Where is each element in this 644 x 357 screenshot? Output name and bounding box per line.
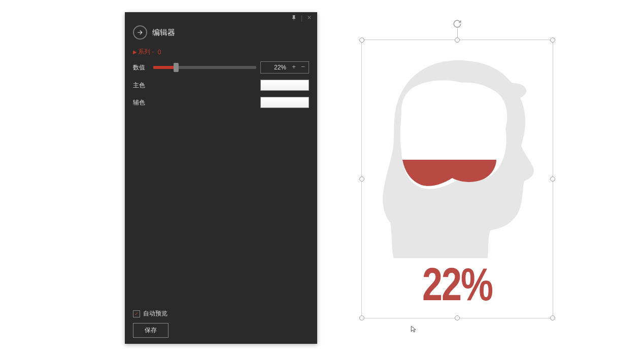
panel-title: 编辑器	[152, 28, 175, 38]
value-text[interactable]: 22%	[263, 64, 288, 71]
series-index: 0	[158, 49, 161, 56]
editor-panel: | 编辑器 ▶ 系列 - 0 数值 22% + − 主色 辅色	[125, 12, 317, 344]
value-row: 数值 22% + −	[125, 58, 317, 77]
close-icon[interactable]	[307, 15, 312, 22]
value-decrement-button[interactable]: −	[299, 64, 307, 71]
slider-fill	[153, 66, 176, 69]
panel-footer: ✓ 自动预览 保存	[133, 309, 309, 338]
aux-color-label: 辅色	[133, 98, 149, 107]
check-icon: ✓	[134, 311, 139, 316]
divider-icon: |	[301, 15, 302, 22]
auto-preview-label: 自动预览	[143, 309, 167, 318]
value-label: 数值	[133, 63, 149, 72]
arrow-right-icon[interactable]	[133, 25, 147, 40]
auto-preview-row: ✓ 自动预览	[133, 309, 309, 318]
selection-box[interactable]: 22%	[361, 40, 553, 318]
panel-titlebar: |	[125, 12, 317, 20]
series-prefix: 系列 -	[138, 48, 154, 56]
main-color-swatch[interactable]	[260, 80, 309, 91]
aux-color-swatch[interactable]	[260, 97, 309, 108]
aux-color-row: 辅色	[125, 94, 317, 111]
cursor-icon	[410, 325, 417, 336]
save-button[interactable]: 保存	[133, 323, 168, 338]
slider-thumb[interactable]	[174, 63, 179, 72]
infographic: 22%	[362, 40, 553, 318]
auto-preview-checkbox[interactable]: ✓	[133, 310, 140, 317]
value-increment-button[interactable]: +	[290, 64, 297, 71]
value-input-box: 22% + −	[260, 61, 309, 74]
percent-display: 22%	[422, 258, 492, 310]
main-color-label: 主色	[133, 81, 149, 90]
value-slider[interactable]	[153, 66, 256, 69]
series-selector[interactable]: ▶ 系列 - 0	[125, 45, 317, 58]
pin-icon[interactable]	[291, 15, 297, 22]
panel-header: 编辑器	[125, 20, 317, 45]
canvas-area: 22%	[361, 19, 553, 324]
chevron-right-icon: ▶	[133, 49, 137, 55]
main-color-row: 主色	[125, 77, 317, 94]
head-brain-icon	[371, 50, 544, 263]
